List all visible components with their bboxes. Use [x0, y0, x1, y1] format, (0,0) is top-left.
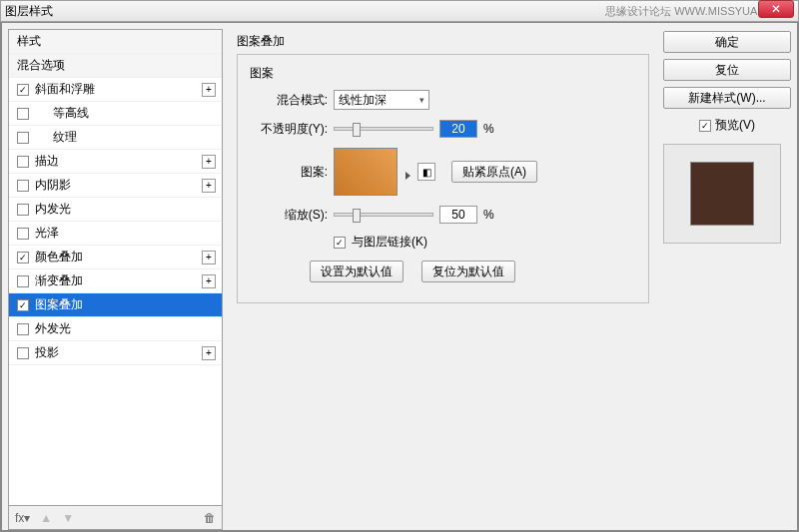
- trash-icon[interactable]: 🗑: [204, 511, 216, 525]
- right-panel: 确定 复位 新建样式(W)... ✓ 预览(V): [663, 29, 791, 530]
- checkbox-icon[interactable]: [17, 132, 29, 144]
- checkbox-icon[interactable]: ✓: [17, 252, 29, 264]
- sidebar-item-6[interactable]: 内阴影+: [9, 174, 222, 198]
- checkbox-icon[interactable]: [17, 323, 29, 335]
- checkbox-icon[interactable]: ✓: [17, 84, 29, 96]
- sidebar-item-label: 投影: [35, 344, 59, 361]
- opacity-label: 不透明度(Y):: [250, 121, 328, 138]
- sidebar-item-10[interactable]: 渐变叠加+: [9, 269, 222, 293]
- sidebar-item-11[interactable]: ✓图案叠加: [9, 293, 222, 317]
- sidebar-item-1[interactable]: 混合选项: [9, 54, 222, 78]
- new-style-button[interactable]: 新建样式(W)...: [663, 87, 791, 109]
- sidebar-item-label: 纹理: [53, 129, 77, 146]
- sidebar-item-label: 内阴影: [35, 177, 71, 194]
- preview-swatch: [690, 162, 754, 226]
- checkbox-icon[interactable]: [17, 347, 29, 359]
- new-preset-icon[interactable]: ◧: [417, 163, 435, 181]
- pattern-picker[interactable]: [334, 148, 398, 196]
- snap-origin-button[interactable]: 贴紧原点(A): [451, 161, 537, 183]
- sidebar-item-label: 内发光: [35, 201, 71, 218]
- plus-icon[interactable]: +: [202, 274, 216, 288]
- link-layer-checkbox[interactable]: ✓: [334, 237, 346, 249]
- plus-icon[interactable]: +: [202, 83, 216, 97]
- sidebar-item-label: 外发光: [35, 320, 71, 337]
- plus-icon[interactable]: +: [202, 346, 216, 360]
- checkbox-icon[interactable]: ✓: [17, 299, 29, 311]
- pattern-label: 图案:: [250, 164, 328, 181]
- sidebar-item-13[interactable]: 投影+: [9, 341, 222, 365]
- fx-icon[interactable]: fx▾: [15, 511, 30, 525]
- sidebar-item-label: 图案叠加: [35, 296, 83, 313]
- sidebar-item-0[interactable]: 样式: [9, 30, 222, 54]
- plus-icon[interactable]: +: [202, 251, 216, 265]
- sidebar-item-8[interactable]: 光泽: [9, 222, 222, 246]
- sidebar-item-label: 颜色叠加: [35, 249, 83, 266]
- dialog-body: 样式混合选项✓斜面和浮雕+等高线纹理描边+内阴影+内发光光泽✓颜色叠加+渐变叠加…: [1, 22, 798, 531]
- scale-label: 缩放(S):: [250, 207, 328, 224]
- opacity-input[interactable]: 20: [439, 120, 477, 138]
- style-list: 样式混合选项✓斜面和浮雕+等高线纹理描边+内阴影+内发光光泽✓颜色叠加+渐变叠加…: [8, 29, 223, 506]
- sidebar-item-label: 光泽: [35, 225, 59, 242]
- scale-slider[interactable]: [334, 213, 433, 217]
- link-layer-label: 与图层链接(K): [352, 234, 427, 251]
- pattern-group: 图案 混合模式: 线性加深 不透明度(Y): 20 % 图案: ◧ 贴紧原点(A…: [237, 54, 649, 303]
- settings-panel: 图案叠加 图案 混合模式: 线性加深 不透明度(Y): 20 % 图案: ◧ 贴…: [229, 29, 657, 530]
- sidebar-item-4[interactable]: 纹理: [9, 126, 222, 150]
- sidebar-item-2[interactable]: ✓斜面和浮雕+: [9, 78, 222, 102]
- sidebar-item-label: 样式: [17, 33, 41, 50]
- sidebar-item-3[interactable]: 等高线: [9, 102, 222, 126]
- preview-box: [663, 144, 781, 244]
- sidebar-item-label: 斜面和浮雕: [35, 81, 95, 98]
- group-label: 图案: [250, 65, 636, 82]
- cancel-button[interactable]: 复位: [663, 59, 791, 81]
- scale-input[interactable]: 50: [439, 206, 477, 224]
- title-bar: 图层样式 思缘设计论坛 WWW.MISSYUAN.COM ✕: [0, 0, 799, 22]
- opacity-slider[interactable]: [334, 127, 433, 131]
- percent-label: %: [483, 208, 494, 222]
- plus-icon[interactable]: +: [202, 155, 216, 169]
- window-title: 图层样式: [5, 3, 605, 20]
- sidebar-item-label: 等高线: [53, 105, 89, 122]
- blend-mode-label: 混合模式:: [250, 92, 328, 109]
- set-default-button[interactable]: 设置为默认值: [310, 261, 403, 282]
- preview-checkbox[interactable]: ✓: [699, 120, 711, 132]
- ok-button[interactable]: 确定: [663, 31, 791, 53]
- blend-mode-select[interactable]: 线性加深: [334, 90, 429, 110]
- sidebar-item-12[interactable]: 外发光: [9, 317, 222, 341]
- sidebar-item-7[interactable]: 内发光: [9, 198, 222, 222]
- sidebar-item-9[interactable]: ✓颜色叠加+: [9, 246, 222, 269]
- up-icon[interactable]: ▲: [40, 511, 52, 525]
- sidebar-item-5[interactable]: 描边+: [9, 150, 222, 174]
- checkbox-icon[interactable]: [17, 228, 29, 240]
- close-button[interactable]: ✕: [758, 0, 794, 18]
- panel-title: 图案叠加: [237, 33, 649, 50]
- sidebar-item-label: 描边: [35, 153, 59, 170]
- checkbox-icon[interactable]: [17, 204, 29, 216]
- left-panel: 样式混合选项✓斜面和浮雕+等高线纹理描边+内阴影+内发光光泽✓颜色叠加+渐变叠加…: [8, 29, 223, 530]
- checkbox-icon[interactable]: [17, 180, 29, 192]
- checkbox-icon[interactable]: [17, 275, 29, 287]
- sidebar-item-label: 混合选项: [17, 57, 65, 74]
- checkbox-icon[interactable]: [17, 156, 29, 168]
- sidebar-item-label: 渐变叠加: [35, 272, 83, 289]
- reset-default-button[interactable]: 复位为默认值: [421, 261, 515, 282]
- checkbox-icon[interactable]: [17, 108, 29, 120]
- plus-icon[interactable]: +: [202, 179, 216, 193]
- list-toolbar: fx▾ ▲ ▼ 🗑: [8, 506, 223, 530]
- down-icon[interactable]: ▼: [62, 511, 74, 525]
- preview-label: 预览(V): [715, 117, 755, 134]
- percent-label: %: [483, 122, 494, 136]
